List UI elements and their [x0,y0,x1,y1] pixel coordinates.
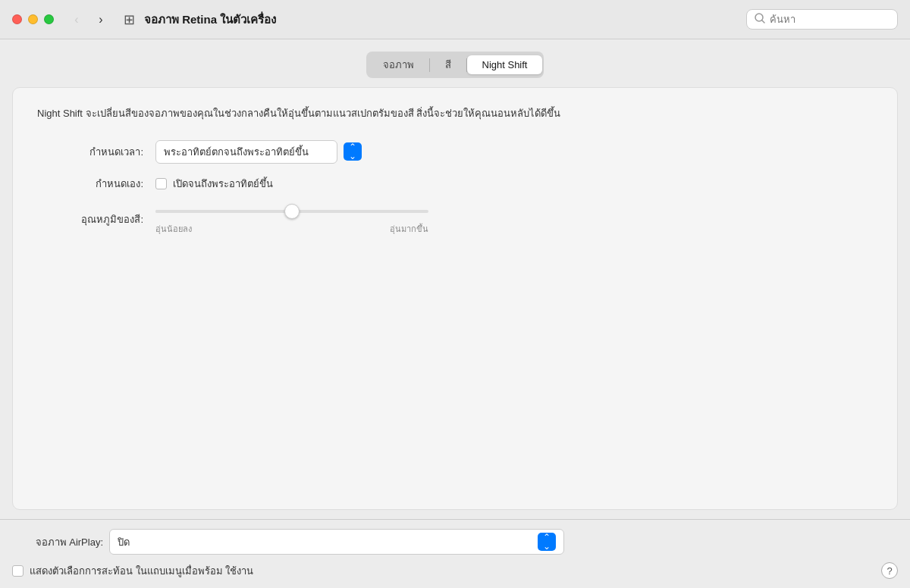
slider-max-label: อุ่นมากขึ้น [390,222,428,236]
bottom-row: แสดงตัวเลือกการสะท้อน ในแถบเมนูเมื่อพร้อ… [12,562,898,579]
svg-line-1 [762,20,764,23]
tab-nightshift[interactable]: Night Shift [467,55,543,74]
tab-color[interactable]: สี [430,53,466,77]
slider-min-label: อุ่นน้อยลง [155,222,192,236]
nav-arrows: ‹ › [66,9,111,30]
slider-fill [155,210,292,213]
airplay-label: จอภาพ AirPlay: [12,534,103,550]
manual-label: กำหนดเอง: [37,176,143,192]
slider-labels: อุ่นน้อยลง อุ่นมากขึ้น [155,222,428,236]
main-content: จอภาพ สี Night Shift Night Shift จะเปลี่… [0,39,910,519]
slider-thumb[interactable] [284,204,300,219]
help-button[interactable]: ? [881,562,898,579]
airplay-chevron[interactable]: ⌃⌄ [538,533,556,551]
color-temp-label: อุณหภูมิของสี: [37,211,143,227]
schedule-dropdown-container: พระอาทิตย์ตกจนถึงพระอาทิตย์ขึ้น ⌃⌄ [155,140,362,164]
schedule-chevron[interactable]: ⌃⌄ [344,142,362,161]
fullscreen-button[interactable] [44,14,54,24]
schedule-row: กำหนดเวลา: พระอาทิตย์ตกจนถึงพระอาทิตย์ขึ… [37,140,873,164]
color-temp-slider-container: อุ่นน้อยลง อุ่นมากขึ้น [155,204,428,236]
airplay-dropdown[interactable]: ปิด ⌃⌄ [109,529,564,555]
forward-button[interactable]: › [90,9,111,30]
minimize-button[interactable] [28,14,38,24]
mirroring-checkbox[interactable] [12,565,24,577]
airplay-row: จอภาพ AirPlay: ปิด ⌃⌄ [12,529,898,555]
search-box [746,9,898,30]
airplay-dropdown-value: ปิด [118,534,130,550]
manual-row: กำหนดเอง: เปิดจนถึงพระอาทิตย์ขึ้น [37,176,873,192]
night-shift-description: Night Shift จะเปลี่ยนสีของจอภาพของคุณในช… [37,106,568,122]
window-title: จอภาพ Retina ในตัวเครื่อง [144,11,746,29]
tabs-container: จอภาพ สี Night Shift [366,52,544,78]
schedule-dropdown-value: พระอาทิตย์ตกจนถึงพระอาทิตย์ขึ้น [164,144,309,160]
tab-bar: จอภาพ สี Night Shift [0,39,910,78]
search-input[interactable] [770,14,890,25]
traffic-lights [12,14,54,24]
manual-checkbox-label: เปิดจนถึงพระอาทิตย์ขึ้น [173,176,273,192]
schedule-dropdown[interactable]: พระอาทิตย์ตกจนถึงพระอาทิตย์ขึ้น [155,140,337,164]
color-temp-row: อุณหภูมิของสี: อุ่นน้อยลง อุ่นมากขึ้น [37,204,873,236]
manual-checkbox-container: เปิดจนถึงพระอาทิตย์ขึ้น [155,176,273,192]
titlebar: ‹ › ⊞ จอภาพ Retina ในตัวเครื่อง [0,0,910,39]
grid-icon[interactable]: ⊞ [124,11,135,28]
mirroring-label: แสดงตัวเลือกการสะท้อน ในแถบเมนูเมื่อพร้อ… [30,563,253,579]
close-button[interactable] [12,14,22,24]
chevron-updown-icon: ⌃⌄ [349,142,356,161]
airplay-chevron-updown-icon: ⌃⌄ [543,533,551,551]
schedule-label: กำหนดเวลา: [37,144,143,160]
tab-display[interactable]: จอภาพ [368,53,429,77]
search-icon [755,13,765,26]
content-panel: Night Shift จะเปลี่ยนสีของจอภาพของคุณในช… [12,87,898,510]
bottom-section: จอภาพ AirPlay: ปิด ⌃⌄ แสดงตัวเลือกการสะท… [0,519,910,588]
back-button[interactable]: ‹ [66,9,87,30]
manual-checkbox[interactable] [155,178,167,189]
color-temp-slider-track [155,210,428,213]
mirroring-row: แสดงตัวเลือกการสะท้อน ในแถบเมนูเมื่อพร้อ… [12,563,253,579]
